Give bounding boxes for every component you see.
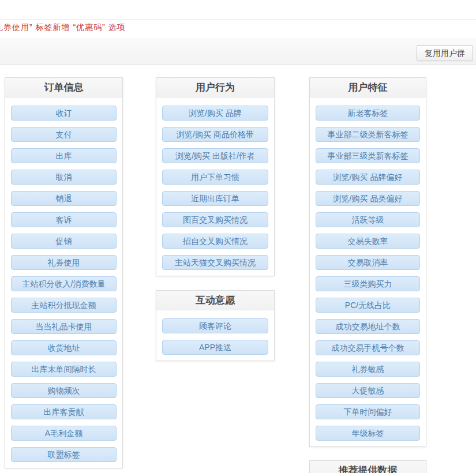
panel-user-behavior-list: 浏览/购买 品牌浏览/购买 商品价格带浏览/购买 出版社/作者用户下单习惯近期出… [156, 97, 274, 276]
tag-button[interactable]: 当当礼品卡使用 [11, 319, 117, 334]
panel-recommend-data: 推荐提供数据 [309, 460, 426, 473]
tag-button[interactable]: 主站积分抵现金额 [11, 298, 117, 313]
panel-recommend-data-title: 推荐提供数据 [310, 461, 426, 473]
tag-button[interactable]: 活跃等级 [316, 212, 420, 227]
panel-user-features-list: 新老客标签事业部二级类新客标签事业部三级类新客标签浏览/购买 品牌偏好浏览/购买… [310, 97, 426, 446]
tag-button[interactable]: 促销 [11, 234, 117, 249]
tag-button[interactable]: 联盟标签 [11, 447, 117, 462]
tag-button[interactable]: 出库客贡献 [11, 404, 117, 419]
tag-button[interactable]: 事业部二级类新客标签 [316, 127, 420, 142]
tag-button[interactable]: 用户下单习惯 [162, 170, 268, 185]
tag-button[interactable]: 主站积分收入/消费数量 [11, 276, 117, 291]
tag-button[interactable]: 购物频次 [11, 383, 117, 398]
tag-button[interactable]: 主站天猫交叉购买情况 [162, 255, 268, 270]
toolbar: 复用用户群 [0, 39, 476, 65]
tag-button[interactable]: 支付 [11, 127, 117, 142]
tag-button[interactable]: PC/无线占比 [316, 298, 420, 313]
tag-button[interactable]: 成功交易地址个数 [316, 319, 420, 334]
tag-button[interactable]: 交易失败率 [316, 234, 420, 249]
panel-order-info: 订单信息 收订支付出库取消销退客诉促销礼券使用主站积分收入/消费数量主站积分抵现… [5, 77, 123, 468]
panel-user-behavior-title: 用户行为 [156, 78, 274, 97]
reuse-user-group-button[interactable]: 复用用户群 [417, 45, 473, 61]
tag-button[interactable]: 交易取消率 [316, 255, 420, 270]
panel-interaction-willingness-title: 互动意愿 [156, 291, 274, 310]
tag-button[interactable]: 三级类购买力 [316, 276, 420, 291]
tag-button[interactable]: 大促敏感 [316, 383, 420, 398]
tag-button[interactable]: 成功交易手机号个数 [316, 340, 420, 355]
tag-button[interactable]: A毛利金额 [11, 426, 117, 441]
tag-button[interactable]: 取消 [11, 170, 117, 185]
top-divider [0, 19, 476, 20]
tag-button[interactable]: 礼券敏感 [316, 362, 420, 377]
tag-button[interactable]: 客诉 [11, 212, 117, 227]
tag-button[interactable]: 礼券使用 [11, 255, 117, 270]
tag-button[interactable]: 出库末单间隔时长 [11, 362, 117, 377]
notice-text: 礼券使用” 标签新增 “优惠码” 选项 [0, 22, 126, 33]
tag-button[interactable]: 浏览/购买 品牌偏好 [316, 170, 420, 185]
tag-button[interactable]: APP推送 [162, 340, 268, 355]
tag-button[interactable]: 顾客评论 [162, 318, 268, 333]
panel-user-behavior: 用户行为 浏览/购买 品牌浏览/购买 商品价格带浏览/购买 出版社/作者用户下单… [156, 77, 275, 276]
tag-button[interactable]: 浏览/购买 商品价格带 [162, 127, 268, 142]
tag-button[interactable]: 年级标签 [316, 426, 420, 441]
panel-order-info-list: 收订支付出库取消销退客诉促销礼券使用主站积分收入/消费数量主站积分抵现金额当当礼… [5, 97, 122, 468]
tag-button[interactable]: 浏览/购买 出版社/作者 [162, 148, 268, 163]
tag-button[interactable]: 浏览/购买 品牌 [162, 106, 268, 121]
tag-button[interactable]: 销退 [11, 191, 117, 206]
tag-button[interactable]: 出库 [11, 148, 117, 163]
tag-button[interactable]: 收订 [11, 106, 117, 121]
tag-button[interactable]: 图百交叉购买情况 [162, 212, 268, 227]
tag-button[interactable]: 下单时间偏好 [316, 404, 420, 419]
tag-button[interactable]: 浏览/购买 品类偏好 [316, 191, 420, 206]
panel-interaction-willingness-list: 顾客评论APP推送 [156, 310, 274, 361]
tag-button[interactable]: 招自交叉购买情况 [162, 234, 268, 249]
tag-button[interactable]: 新老客标签 [316, 106, 420, 121]
tag-button[interactable]: 收货地址 [11, 340, 117, 355]
tag-button[interactable]: 近期出库订单 [162, 191, 268, 206]
panel-user-features-title: 用户特征 [310, 78, 426, 97]
tag-button[interactable]: 事业部三级类新客标签 [316, 148, 420, 163]
panel-interaction-willingness: 互动意愿 顾客评论APP推送 [156, 290, 275, 361]
panel-order-info-title: 订单信息 [5, 78, 122, 97]
panel-user-features: 用户特征 新老客标签事业部二级类新客标签事业部三级类新客标签浏览/购买 品牌偏好… [309, 77, 426, 447]
